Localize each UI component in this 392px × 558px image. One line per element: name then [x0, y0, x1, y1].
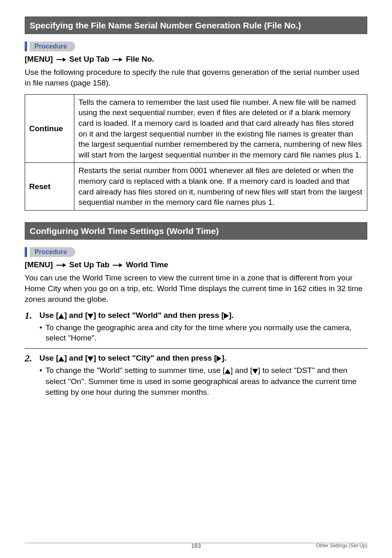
step-frag: ] to select "City" and then press [ — [93, 354, 217, 362]
step-frag: ]. — [229, 311, 234, 320]
page-footer: 163 Other Settings (Set Up) — [25, 543, 367, 546]
menu-path-part: [MENU] — [25, 55, 53, 64]
svg-marker-14 — [225, 369, 231, 374]
svg-marker-3 — [119, 58, 122, 62]
step-1: 1. Use [] and [] to select "World" and t… — [25, 310, 367, 322]
table-row: Reset Restarts the serial number from 00… — [25, 163, 367, 211]
svg-marker-7 — [119, 263, 122, 267]
intro-text: Use the following procedure to specify t… — [25, 67, 367, 88]
menu-path-part: Set Up Tab — [69, 260, 110, 269]
step-number: 2. — [25, 353, 35, 364]
svg-marker-5 — [63, 263, 66, 267]
step-bullet: • To change the geographic area and city… — [39, 322, 367, 343]
svg-marker-15 — [252, 369, 258, 374]
bullet-frag: ] and [ — [231, 366, 252, 375]
step-instruction: Use [] and [] to select "World" and then… — [39, 310, 234, 322]
desc-cell: Tells the camera to remember the last us… — [74, 94, 367, 163]
menu-path-world-time: [MENU] Set Up Tab World Time — [25, 260, 367, 269]
triangle-down-icon — [88, 354, 93, 364]
svg-marker-8 — [58, 314, 64, 319]
procedure-badge: Procedure — [30, 42, 75, 51]
svg-marker-10 — [224, 313, 229, 319]
triangle-down-icon — [88, 311, 93, 322]
menu-path-part: World Time — [126, 260, 168, 269]
svg-marker-9 — [88, 314, 93, 319]
triangle-up-icon — [58, 311, 64, 322]
triangle-down-icon — [252, 366, 258, 377]
term-cell: Continue — [25, 94, 74, 163]
step-2: 2. Use [] and [] to select "City" and th… — [25, 353, 367, 364]
svg-marker-13 — [217, 356, 221, 361]
triangle-right-icon — [224, 311, 229, 322]
bullet-text: To change the "World" setting to summer … — [46, 365, 367, 398]
procedure-bar-icon — [25, 42, 27, 51]
step-frag: ]. — [221, 354, 226, 362]
menu-path-part: File No. — [126, 55, 154, 64]
arrow-right-icon — [56, 260, 66, 269]
triangle-up-icon — [225, 366, 231, 377]
svg-marker-11 — [58, 357, 64, 361]
step-frag: Use [ — [39, 354, 58, 362]
svg-marker-1 — [63, 58, 66, 62]
arrow-right-icon — [113, 55, 122, 64]
footer-section-label: Other Settings (Set Up) — [316, 543, 367, 549]
bullet-dot-icon: • — [39, 365, 42, 398]
bullet-frag: To change the "World" setting to summer … — [46, 366, 225, 375]
page-number: 163 — [191, 542, 201, 549]
bullet-dot-icon: • — [39, 322, 42, 343]
arrow-right-icon — [113, 260, 122, 269]
menu-path-part: [MENU] — [25, 260, 53, 269]
triangle-right-icon — [217, 354, 221, 364]
step-frag: ] and [ — [64, 354, 88, 362]
bullet-text: To change the geographic area and city f… — [46, 322, 367, 343]
section-heading-file-no: Specifying the File Name Serial Number G… — [25, 16, 367, 34]
procedure-bar-icon — [25, 247, 27, 257]
step-frag: ] and [ — [64, 311, 88, 320]
table-row: Continue Tells the camera to remember th… — [25, 94, 367, 163]
step-frag: Use [ — [39, 311, 58, 320]
step-bullet: • To change the "World" setting to summe… — [39, 365, 367, 398]
arrow-right-icon — [56, 55, 66, 64]
desc-cell: Restarts the serial number from 0001 whe… — [74, 163, 367, 211]
menu-path-part: Set Up Tab — [69, 55, 110, 64]
triangle-up-icon — [58, 354, 64, 364]
menu-path-file-no: [MENU] Set Up Tab File No. — [25, 55, 367, 64]
step-separator — [25, 348, 367, 349]
step-instruction: Use [] and [] to select "City" and then … — [39, 353, 226, 364]
step-frag: ] to select "World" and then press [ — [93, 311, 224, 320]
section-heading-world-time: Configuring World Time Settings (World T… — [25, 222, 367, 240]
procedure-label-wrap: Procedure — [25, 247, 367, 257]
procedure-badge: Procedure — [30, 247, 75, 257]
definition-table: Continue Tells the camera to remember th… — [25, 94, 367, 211]
procedure-label-wrap: Procedure — [25, 42, 367, 51]
term-cell: Reset — [25, 163, 74, 211]
step-number: 1. — [25, 310, 35, 321]
intro-text: You can use the World Time screen to vie… — [25, 273, 367, 304]
svg-marker-12 — [88, 357, 93, 361]
